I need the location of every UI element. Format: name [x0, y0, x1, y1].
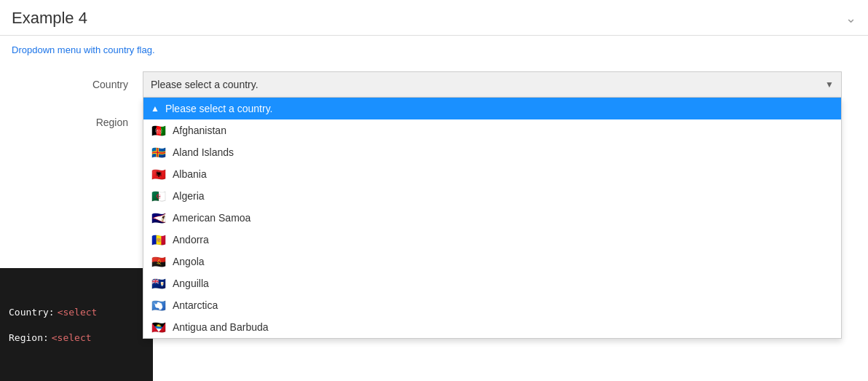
dropdown-item-label: Algeria [173, 190, 205, 202]
code-panel: Country: <select Region: <select [0, 268, 153, 381]
code-region-key: Region: [9, 332, 49, 343]
dropdown-item[interactable]: 🇦🇩Andorra [143, 229, 841, 251]
page-container: Example 4 ⌄ Dropdown menu with country f… [0, 0, 868, 381]
dropdown-item[interactable]: 🇦🇸American Samoa [143, 207, 841, 229]
country-dropdown-list[interactable]: ▲Please select a country.🇦🇫Afghanistan🇦🇽… [143, 98, 842, 339]
dropdown-arrow-icon: ▼ [825, 79, 834, 90]
flag-icon: 🇦🇱 [151, 169, 167, 180]
dropdown-item-label: Please select a country. [165, 103, 273, 114]
flag-icon: 🇦🇬 [151, 322, 167, 333]
country-select-value: Please select a country. [151, 79, 259, 90]
dropdown-item-label: Antarctica [173, 299, 218, 311]
flag-icon: 🇦🇮 [151, 278, 167, 289]
dropdown-item[interactable]: 🇦🇱Albania [143, 163, 841, 185]
country-select-wrapper: Please select a country. ▼ ▲Please selec… [143, 71, 842, 98]
header: Example 4 ⌄ [0, 0, 868, 36]
dropdown-item[interactable]: 🇦🇬Antigua and Barbuda [143, 316, 841, 338]
code-region-value: <select [52, 332, 92, 343]
dropdown-item-label: Aland Islands [173, 146, 234, 158]
dropdown-item[interactable]: ▲Please select a country. [143, 98, 841, 119]
country-select[interactable]: Please select a country. ▼ [143, 71, 842, 98]
code-country-value: <select [58, 307, 98, 318]
code-region-line: Region: <select [9, 332, 144, 343]
page-title: Example 4 [12, 9, 87, 28]
dropdown-item-label: Afghanistan [173, 125, 226, 136]
dropdown-item[interactable]: 🇦🇽Aland Islands [143, 141, 841, 163]
dropdown-item-label: Albania [173, 168, 207, 180]
dropdown-item-label: Andorra [173, 234, 209, 246]
code-country-line: Country: <select [9, 307, 144, 318]
subtitle: Dropdown menu with country flag. [0, 36, 868, 64]
dropdown-item[interactable]: 🇦🇮Anguilla [143, 272, 841, 294]
dropdown-item[interactable]: 🇩🇿Algeria [143, 185, 841, 207]
dropdown-item-label: Antigua and Barbuda [173, 321, 269, 333]
region-label: Region [12, 117, 143, 128]
collapse-icon[interactable]: ⌄ [845, 10, 856, 26]
dropdown-item[interactable]: 🇦🇶Antarctica [143, 294, 841, 316]
form-area: Country Please select a country. ▼ ▲Plea… [0, 64, 868, 154]
flag-icon: 🇦🇴 [151, 256, 167, 267]
dropdown-item-label: American Samoa [173, 212, 250, 224]
flag-icon: 🇦🇫 [151, 125, 167, 136]
flag-icon: 🇩🇿 [151, 191, 167, 202]
flag-icon: 🇦🇶 [151, 300, 167, 311]
country-row: Country Please select a country. ▼ ▲Plea… [12, 71, 856, 98]
flag-icon: 🇦🇸 [151, 213, 167, 224]
flag-icon: 🇦🇽 [151, 147, 167, 158]
flag-icon: 🇦🇩 [151, 235, 167, 246]
dropdown-item[interactable]: 🇦🇴Angola [143, 251, 841, 272]
dropdown-item-label: Angola [173, 256, 205, 267]
country-label: Country [12, 79, 143, 90]
dropdown-item-label: Anguilla [173, 278, 209, 289]
dropdown-item[interactable]: 🇦🇫Afghanistan [143, 119, 841, 141]
code-country-key: Country: [9, 307, 55, 318]
selected-arrow-icon: ▲ [151, 103, 159, 114]
